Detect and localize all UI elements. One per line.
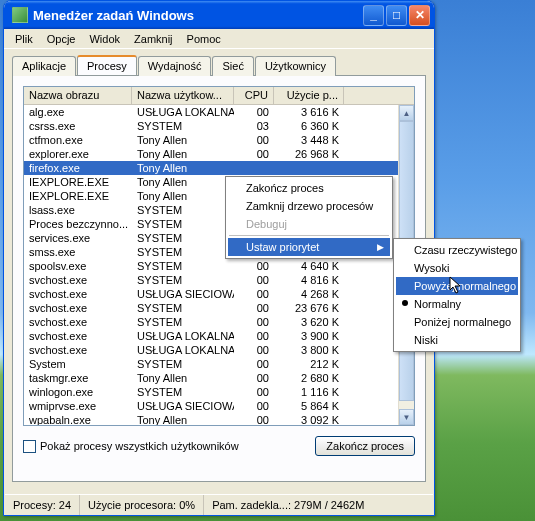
- cell-name: spoolsv.exe: [24, 259, 132, 273]
- cell-mem: 4 816 K: [274, 273, 344, 287]
- titlebar[interactable]: Menedżer zadań Windows _ □ ✕: [4, 1, 434, 29]
- menu-view[interactable]: Widok: [82, 31, 127, 47]
- cell-user: Tony Allen: [132, 175, 234, 189]
- menubar: Plik Opcje Widok Zamknij Pomoc: [4, 29, 434, 49]
- prio-above-normal[interactable]: Powyżej normalnego: [396, 277, 518, 295]
- cell-cpu: 00: [234, 357, 274, 371]
- cell-mem: 4 640 K: [274, 259, 344, 273]
- table-row[interactable]: SystemSYSTEM00212 K: [24, 357, 414, 371]
- cell-name: IEXPLORE.EXE: [24, 175, 132, 189]
- minimize-button[interactable]: _: [363, 5, 384, 26]
- show-all-users-checkbox[interactable]: [23, 440, 36, 453]
- show-all-users-row[interactable]: Pokaż procesy wszystkich użytkowników: [23, 440, 239, 453]
- cell-cpu: 00: [234, 399, 274, 413]
- cell-name: explorer.exe: [24, 147, 132, 161]
- scroll-up-button[interactable]: ▲: [399, 105, 414, 121]
- col-cpu[interactable]: CPU: [234, 87, 274, 104]
- table-row[interactable]: svchost.exeSYSTEM0023 676 K: [24, 301, 414, 315]
- table-row[interactable]: svchost.exeSYSTEM004 816 K: [24, 273, 414, 287]
- cell-cpu: 00: [234, 413, 274, 426]
- cell-cpu: [234, 161, 274, 175]
- table-row[interactable]: svchost.exeUSŁUGA LOKALNA003 900 K: [24, 329, 414, 343]
- table-row[interactable]: csrss.exeSYSTEM036 360 K: [24, 119, 414, 133]
- table-row[interactable]: spoolsv.exeSYSTEM004 640 K: [24, 259, 414, 273]
- end-process-button[interactable]: Zakończ proces: [315, 436, 415, 456]
- menu-file[interactable]: Plik: [8, 31, 40, 47]
- tab-performance[interactable]: Wydajność: [138, 56, 212, 76]
- cell-user: USŁUGA LOKALNA: [132, 343, 234, 357]
- cell-user: Tony Allen: [132, 147, 234, 161]
- cell-user: SYSTEM: [132, 357, 234, 371]
- cell-name: svchost.exe: [24, 273, 132, 287]
- ctx-separator: [229, 235, 389, 236]
- cell-name: taskmgr.exe: [24, 371, 132, 385]
- cell-mem: 26 968 K: [274, 147, 344, 161]
- prio-low[interactable]: Niski: [396, 331, 518, 349]
- cell-cpu: 00: [234, 385, 274, 399]
- col-image-name[interactable]: Nazwa obrazu: [24, 87, 132, 104]
- priority-submenu: Czasu rzeczywistego Wysoki Powyżej norma…: [393, 238, 521, 352]
- cell-user: SYSTEM: [132, 231, 234, 245]
- table-row[interactable]: taskmgr.exeTony Allen002 680 K: [24, 371, 414, 385]
- table-row[interactable]: winlogon.exeSYSTEM001 116 K: [24, 385, 414, 399]
- prio-below-normal[interactable]: Poniżej normalnego: [396, 313, 518, 331]
- scroll-down-button[interactable]: ▼: [399, 409, 414, 425]
- cell-user: SYSTEM: [132, 385, 234, 399]
- menu-options[interactable]: Opcje: [40, 31, 83, 47]
- ctx-set-priority[interactable]: Ustaw priorytet ▶: [228, 238, 390, 256]
- table-row[interactable]: svchost.exeUSŁUGA SIECIOWA004 268 K: [24, 287, 414, 301]
- cell-name: System: [24, 357, 132, 371]
- cell-cpu: 00: [234, 329, 274, 343]
- cell-name: wmiprvse.exe: [24, 399, 132, 413]
- tab-processes[interactable]: Procesy: [77, 55, 137, 75]
- cell-user: Tony Allen: [132, 413, 234, 426]
- show-all-users-label: Pokaż procesy wszystkich użytkowników: [40, 440, 239, 452]
- cell-cpu: 00: [234, 147, 274, 161]
- cell-name: IEXPLORE.EXE: [24, 189, 132, 203]
- col-user[interactable]: Nazwa użytkow...: [132, 87, 234, 104]
- cell-name: winlogon.exe: [24, 385, 132, 399]
- close-button[interactable]: ✕: [409, 5, 430, 26]
- menu-help[interactable]: Pomoc: [180, 31, 228, 47]
- cell-mem: 23 676 K: [274, 301, 344, 315]
- tab-network[interactable]: Sieć: [212, 56, 253, 76]
- table-row[interactable]: svchost.exeSYSTEM003 620 K: [24, 315, 414, 329]
- cell-user: Tony Allen: [132, 161, 234, 175]
- col-mem[interactable]: Użycie p...: [274, 87, 344, 104]
- cell-user: SYSTEM: [132, 259, 234, 273]
- tab-strip: Aplikacje Procesy Wydajność Sieć Użytkow…: [12, 55, 426, 75]
- list-header: Nazwa obrazu Nazwa użytkow... CPU Użycie…: [24, 87, 414, 105]
- table-row[interactable]: svchost.exeUSŁUGA LOKALNA003 800 K: [24, 343, 414, 357]
- table-row[interactable]: firefox.exeTony Allen: [24, 161, 414, 175]
- prio-high[interactable]: Wysoki: [396, 259, 518, 277]
- processes-panel: Nazwa obrazu Nazwa użytkow... CPU Użycie…: [12, 75, 426, 482]
- table-row[interactable]: wmiprvse.exeUSŁUGA SIECIOWA005 864 K: [24, 399, 414, 413]
- cell-mem: 2 680 K: [274, 371, 344, 385]
- cell-name: svchost.exe: [24, 315, 132, 329]
- maximize-button[interactable]: □: [386, 5, 407, 26]
- cell-user: Tony Allen: [132, 133, 234, 147]
- cell-user: USŁUGA LOKALNA: [132, 105, 234, 119]
- cell-user: USŁUGA SIECIOWA: [132, 287, 234, 301]
- prio-realtime[interactable]: Czasu rzeczywistego: [396, 241, 518, 259]
- radio-checked-icon: [402, 300, 408, 306]
- table-row[interactable]: alg.exeUSŁUGA LOKALNA003 616 K: [24, 105, 414, 119]
- tab-applications[interactable]: Aplikacje: [12, 56, 76, 76]
- cell-name: csrss.exe: [24, 119, 132, 133]
- cell-name: svchost.exe: [24, 301, 132, 315]
- status-procs: Procesy: 24: [5, 495, 80, 515]
- tab-users[interactable]: Użytkownicy: [255, 56, 336, 76]
- cell-cpu: 00: [234, 273, 274, 287]
- table-row[interactable]: ctfmon.exeTony Allen003 448 K: [24, 133, 414, 147]
- prio-normal[interactable]: Normalny: [396, 295, 518, 313]
- cell-cpu: 00: [234, 287, 274, 301]
- cell-name: ctfmon.exe: [24, 133, 132, 147]
- ctx-end-tree[interactable]: Zamknij drzewo procesów: [228, 197, 390, 215]
- status-cpu: Użycie procesora: 0%: [80, 495, 204, 515]
- table-row[interactable]: wpabaln.exeTony Allen003 092 K: [24, 413, 414, 426]
- cell-name: wpabaln.exe: [24, 413, 132, 426]
- ctx-end-process[interactable]: Zakończ proces: [228, 179, 390, 197]
- menu-close[interactable]: Zamknij: [127, 31, 180, 47]
- table-row[interactable]: explorer.exeTony Allen0026 968 K: [24, 147, 414, 161]
- cell-cpu: 00: [234, 301, 274, 315]
